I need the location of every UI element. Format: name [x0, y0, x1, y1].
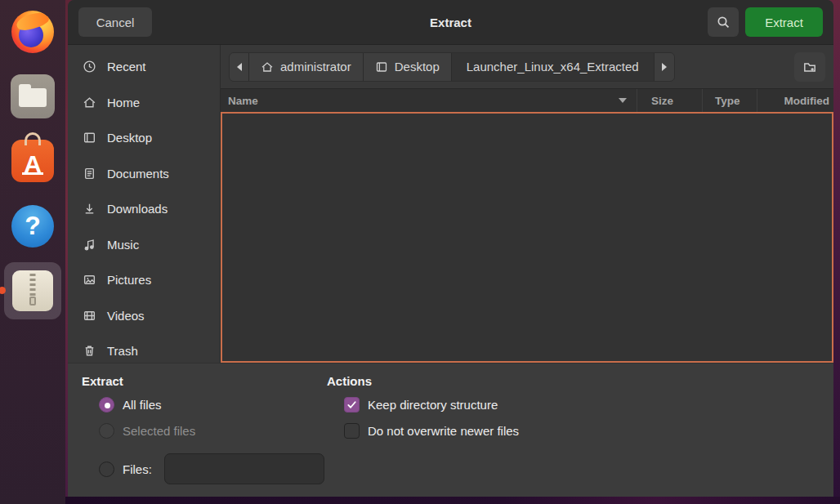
sidebar-item-downloads[interactable]: Downloads [68, 191, 220, 227]
dock-item-ubuntu-software[interactable]: A [11, 118, 54, 182]
sidebar-item-pictures[interactable]: Pictures [68, 262, 220, 298]
music-note-icon [83, 238, 96, 252]
checkbox-keep-directory-structure[interactable]: Keep directory structure [344, 397, 519, 413]
radio-files[interactable]: Files: [99, 453, 327, 484]
search-icon [717, 16, 731, 29]
checkbox-label: Keep directory structure [368, 398, 498, 412]
column-label: Modified [784, 95, 830, 107]
checkbox-label: Do not overwrite newer files [368, 424, 519, 438]
home-icon [83, 96, 96, 109]
trash-icon [83, 344, 96, 358]
column-label: Type [715, 95, 740, 107]
search-button[interactable] [708, 7, 739, 37]
extract-options-panel: Extract All files Selected files Files: … [68, 363, 833, 497]
checkbox-do-not-overwrite[interactable]: Do not overwrite newer files [344, 423, 519, 439]
film-icon [83, 309, 96, 323]
desktop-icon [375, 60, 388, 74]
chevron-left-icon [237, 63, 242, 71]
running-indicator-dot [0, 287, 6, 294]
path-segment-label: administrator [280, 60, 351, 74]
dock-item-files[interactable] [11, 53, 55, 118]
dock: A ? [0, 0, 65, 504]
extract-confirm-button[interactable]: Extract [745, 7, 823, 37]
headerbar: Cancel Extract Extract [68, 0, 833, 45]
places-sidebar: Recent Home Desktop [68, 45, 221, 363]
radio-selected-files: Selected files [99, 423, 327, 439]
radio-button-icon[interactable] [99, 462, 114, 477]
sidebar-item-label: Recent [107, 60, 146, 74]
archive-manager-icon [12, 270, 53, 311]
column-header-size[interactable]: Size [637, 89, 703, 112]
sidebar-item-recent[interactable]: Recent [68, 49, 220, 85]
path-forward-button[interactable] [655, 53, 674, 81]
screen: A ? Cancel Extract [0, 0, 840, 504]
sidebar-item-label: Music [107, 238, 139, 252]
help-icon: ? [11, 205, 54, 248]
document-icon [83, 167, 96, 181]
sidebar-item-label: Home [107, 96, 140, 109]
clock-icon [83, 60, 96, 74]
radio-label: Selected files [123, 424, 195, 438]
radio-label: Files: [123, 462, 152, 476]
radio-label: All files [123, 398, 162, 412]
dock-item-firefox[interactable] [11, 0, 54, 53]
sidebar-item-label: Downloads [107, 202, 168, 216]
column-header-row: Name Size Type Modified [221, 88, 833, 112]
sidebar-item-label: Videos [107, 309, 145, 323]
path-segment-administrator[interactable]: administrator [249, 53, 364, 81]
dock-item-help[interactable]: ? [11, 182, 54, 248]
home-icon [261, 60, 274, 74]
desktop-icon [83, 131, 96, 145]
path-segment-desktop[interactable]: Desktop [364, 53, 452, 81]
path-bar: administrator Desktop Launcher_Linux_x64… [221, 45, 833, 88]
sidebar-item-label: Pictures [107, 273, 151, 287]
path-back-button[interactable] [230, 53, 249, 81]
column-label: Name [228, 95, 258, 107]
ubuntu-software-icon: A [11, 140, 54, 182]
firefox-icon [11, 11, 54, 53]
sidebar-item-desktop[interactable]: Desktop [68, 120, 220, 156]
extract-group-title: Extract [82, 374, 327, 388]
sidebar-item-label: Trash [107, 344, 138, 358]
actions-group-title: Actions [327, 374, 519, 388]
desktop-wallpaper-strip [0, 497, 840, 504]
checkbox-checked-icon[interactable] [344, 397, 360, 413]
column-header-name[interactable]: Name [221, 89, 637, 112]
sidebar-item-label: Documents [107, 167, 169, 181]
radio-button-icon[interactable] [99, 397, 114, 413]
radio-button-icon [99, 423, 114, 439]
files-icon [11, 74, 55, 118]
download-icon [83, 202, 96, 216]
sidebar-item-home[interactable]: Home [68, 85, 220, 121]
actions-options-group: Actions Keep directory structure Do not … [327, 374, 519, 497]
extract-dialog: Cancel Extract Extract [68, 0, 833, 497]
checkbox-unchecked-icon[interactable] [344, 423, 360, 439]
dock-item-archive-manager[interactable] [4, 262, 61, 319]
file-list[interactable] [221, 112, 833, 363]
radio-all-files[interactable]: All files [99, 397, 327, 413]
path-segment-label: Launcher_Linux_x64_Extracted [467, 60, 639, 74]
cancel-button[interactable]: Cancel [78, 7, 152, 37]
sort-descending-icon [619, 98, 627, 103]
column-header-modified[interactable]: Modified [757, 89, 833, 112]
new-folder-button[interactable] [794, 52, 825, 82]
path-segment-label: Desktop [395, 60, 440, 74]
column-header-type[interactable]: Type [703, 89, 757, 112]
column-label: Size [651, 95, 673, 107]
sidebar-item-videos[interactable]: Videos [68, 298, 220, 334]
extract-options-group: Extract All files Selected files Files: [82, 374, 327, 497]
path-segment-current-folder[interactable]: Launcher_Linux_x64_Extracted [452, 53, 655, 81]
sidebar-item-music[interactable]: Music [68, 227, 220, 263]
sidebar-item-label: Desktop [107, 131, 152, 145]
new-folder-icon [802, 60, 817, 74]
image-icon [83, 273, 96, 287]
files-pattern-input[interactable] [164, 453, 324, 484]
sidebar-item-documents[interactable]: Documents [68, 156, 220, 192]
chevron-right-icon [662, 63, 667, 71]
